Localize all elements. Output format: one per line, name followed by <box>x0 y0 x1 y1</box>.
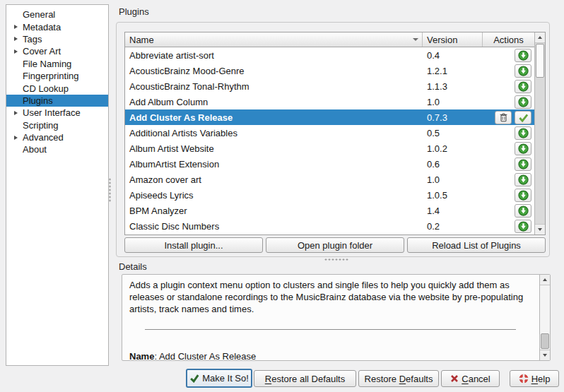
download-icon <box>518 143 529 154</box>
scrollbar-thumb[interactable] <box>541 333 549 349</box>
expand-arrow-icon[interactable] <box>14 49 23 54</box>
sidebar-item-label: Cover Art <box>23 46 61 57</box>
details-scrollbar[interactable] <box>539 275 550 360</box>
scroll-up-button[interactable] <box>535 32 545 43</box>
sidebar-item-label: General <box>23 9 55 20</box>
table-row[interactable]: Add Cluster As Release 0.7.3 <box>125 109 534 125</box>
download-plugin-button[interactable] <box>515 204 531 218</box>
column-header-actions[interactable]: Actions <box>483 32 534 47</box>
plugins-group-title: Plugins <box>119 6 149 17</box>
plugin-actions-cell <box>483 80 534 93</box>
sidebar-item[interactable]: CD Lookup <box>6 82 108 94</box>
download-plugin-button[interactable] <box>515 220 531 233</box>
table-row[interactable]: Add Album Column 1.0 <box>125 94 534 109</box>
sidebar-item[interactable]: Advanced <box>6 131 108 143</box>
table-row[interactable]: Classic Disc Numbers 0.2 <box>125 218 534 234</box>
plugin-name: Abbreviate artist-sort <box>125 50 423 61</box>
table-row[interactable]: Abbreviate artist-sort 0.4 <box>125 47 534 63</box>
plugin-name: Add Cluster As Release <box>125 112 423 123</box>
plugin-enabled-button[interactable] <box>515 111 531 124</box>
plugin-name: AlbumArtist Extension <box>125 159 423 170</box>
download-icon <box>518 97 529 107</box>
sidebar-item[interactable]: Metadata <box>6 20 108 32</box>
triangle-up-icon <box>543 278 547 281</box>
install-plugin-button[interactable]: Install plugin... <box>124 237 263 253</box>
table-row[interactable]: Album Artist Website 1.0.2 <box>125 141 534 156</box>
sidebar-item[interactable]: File Naming <box>6 58 108 70</box>
expand-arrow-icon[interactable] <box>14 37 23 41</box>
plugin-version: 1.0.5 <box>423 190 483 201</box>
help-button[interactable]: Help <box>510 370 559 387</box>
plugin-name: Apiseeds Lyrics <box>125 190 423 201</box>
table-row[interactable]: Additional Artists Variables 0.5 <box>125 125 534 141</box>
open-plugin-folder-button[interactable]: Open plugin folder <box>266 237 404 253</box>
sidebar-item[interactable]: Tags <box>6 33 108 45</box>
scroll-down-button[interactable] <box>535 224 545 234</box>
plugin-actions-cell <box>483 189 534 202</box>
table-row[interactable]: BPM Analyzer 1.4 <box>125 203 534 218</box>
plugin-actions-cell <box>483 142 534 155</box>
scroll-down-button[interactable] <box>540 350 550 360</box>
download-plugin-button[interactable] <box>515 49 531 62</box>
uninstall-plugin-button[interactable] <box>495 111 512 124</box>
scroll-up-button[interactable] <box>540 275 550 285</box>
plugin-actions-cell <box>483 204 534 218</box>
expand-arrow-icon[interactable] <box>14 25 23 29</box>
column-header-version[interactable]: Version <box>423 32 483 47</box>
expand-arrow-icon[interactable] <box>14 111 23 115</box>
plugin-version: 1.2.1 <box>423 66 483 76</box>
sidebar-item[interactable]: Scripting <box>6 119 108 131</box>
sidebar-item[interactable]: User Interface <box>6 107 108 119</box>
sidebar-item-label: About <box>23 144 47 155</box>
table-row[interactable]: Amazon cover art 1.0 <box>125 172 534 187</box>
check-icon <box>518 113 529 122</box>
plugin-version: 1.0 <box>423 97 483 107</box>
plugin-actions-cell <box>483 64 534 78</box>
plugin-name: AcousticBrainz Tonal-Rhythm <box>125 81 423 92</box>
scrollbar-thumb[interactable] <box>536 44 544 78</box>
sidebar-item-label: Fingerprinting <box>23 71 79 81</box>
download-plugin-button[interactable] <box>515 158 531 171</box>
download-plugin-button[interactable] <box>515 142 531 155</box>
plugin-name-label: Name <box>129 351 154 361</box>
trash-icon <box>499 112 508 122</box>
sidebar-item-label: User Interface <box>23 107 81 118</box>
details-divider <box>145 329 516 330</box>
sidebar-item[interactable]: Plugins <box>6 95 108 107</box>
help-lifebuoy-icon <box>519 374 529 384</box>
splitter-handle-horizontal[interactable] <box>324 258 349 261</box>
download-plugin-button[interactable] <box>515 126 531 140</box>
plugin-actions-cell <box>483 49 534 62</box>
download-plugin-button[interactable] <box>515 189 531 202</box>
plugin-name: BPM Analyzer <box>125 206 423 216</box>
sidebar-item[interactable]: Cover Art <box>6 45 108 57</box>
download-plugin-button[interactable] <box>515 173 531 186</box>
table-row[interactable]: Apiseeds Lyrics 1.0.5 <box>125 187 534 203</box>
table-row[interactable]: AcousticBrainz Tonal-Rhythm 1.1.3 <box>125 78 534 94</box>
options-sidebar: General Metadata Tags Cover Art File Nam… <box>6 4 109 366</box>
restore-defaults-button[interactable]: Restore Defaults <box>358 370 439 387</box>
table-scrollbar[interactable] <box>534 32 545 234</box>
table-row[interactable]: AlbumArtist Extension 0.6 <box>125 156 534 172</box>
table-header: Name Version Actions <box>125 32 534 47</box>
cancel-button[interactable]: Cancel <box>441 370 500 387</box>
download-icon <box>518 66 529 76</box>
download-plugin-button[interactable] <box>515 64 531 78</box>
column-header-actions-label: Actions <box>493 35 524 45</box>
reload-plugins-button[interactable]: Reload List of Plugins <box>407 237 546 253</box>
make-it-so-button[interactable]: Make It So! <box>186 369 252 388</box>
sidebar-item[interactable]: Fingerprinting <box>6 70 108 82</box>
download-icon <box>518 174 529 185</box>
plugin-name: Add Album Column <box>125 97 423 107</box>
download-plugin-button[interactable] <box>515 80 531 93</box>
plugin-description: Adds a plugin context menu option to clu… <box>129 279 531 315</box>
column-header-name[interactable]: Name <box>125 32 423 47</box>
expand-arrow-icon[interactable] <box>14 136 23 140</box>
plugin-version: 0.2 <box>423 221 483 232</box>
sidebar-item[interactable]: About <box>6 143 108 155</box>
table-row[interactable]: AcousticBrainz Mood-Genre 1.2.1 <box>125 63 534 78</box>
download-plugin-button[interactable] <box>515 95 531 109</box>
splitter-handle-vertical[interactable] <box>108 178 112 202</box>
restore-all-defaults-button[interactable]: Restore all Defaults <box>254 370 356 387</box>
sidebar-item[interactable]: General <box>6 8 108 20</box>
